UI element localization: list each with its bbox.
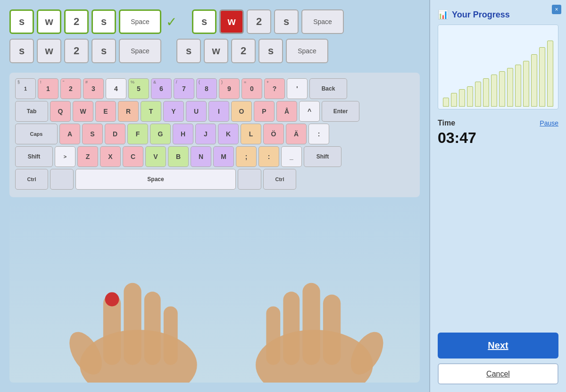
chart-bar-1 bbox=[451, 93, 457, 107]
key-caret[interactable]: ^ bbox=[299, 101, 320, 122]
key-j[interactable]: J bbox=[195, 124, 216, 144]
current-key-2: 2 bbox=[247, 9, 271, 34]
svg-rect-5 bbox=[164, 306, 178, 365]
key-p[interactable]: P bbox=[254, 101, 275, 122]
key-enter[interactable]: Enter bbox=[322, 101, 359, 122]
next-button[interactable]: Next bbox=[438, 333, 558, 359]
key-n[interactable]: N bbox=[191, 146, 211, 167]
key-a-ring[interactable]: Å bbox=[276, 101, 297, 122]
pause-button[interactable]: Pause bbox=[540, 119, 558, 127]
key-o-uml[interactable]: Ö bbox=[263, 124, 284, 144]
key-4[interactable]: 4 bbox=[106, 78, 126, 99]
br-key-w: w bbox=[204, 39, 228, 63]
key-r[interactable]: R bbox=[118, 101, 139, 122]
br-key-s2: s bbox=[258, 39, 283, 63]
completed-key-w: w bbox=[37, 9, 61, 34]
current-key-s1: s bbox=[192, 9, 216, 34]
hands-illustration bbox=[9, 202, 420, 383]
chart-bar-2 bbox=[459, 89, 465, 107]
time-row: Time Pause bbox=[438, 119, 558, 127]
key-o[interactable]: O bbox=[231, 101, 252, 122]
key-b[interactable]: B bbox=[168, 146, 189, 167]
key-tab[interactable]: Tab bbox=[15, 101, 48, 122]
key-space[interactable]: Space bbox=[75, 169, 236, 190]
key-dot[interactable]: : bbox=[258, 146, 279, 167]
key-g[interactable]: G bbox=[150, 124, 171, 144]
key-apostrophe[interactable]: ' bbox=[287, 78, 308, 99]
progress-chart bbox=[438, 25, 558, 109]
keyboard-row-numbers: §1 !1 "2 #3 4 %5 &6 /7 (8 )9 =0 +? ' Bac… bbox=[15, 78, 414, 99]
key-ctrl-right[interactable]: Ctrl bbox=[263, 169, 296, 190]
key-angle[interactable]: > bbox=[55, 146, 75, 167]
key-v[interactable]: V bbox=[145, 146, 166, 167]
chart-bar-8 bbox=[507, 68, 513, 107]
right-panel: × 📊 Your Progress Time Pause 03:47 Next … bbox=[429, 0, 566, 392]
key-underscore[interactable]: _ bbox=[281, 146, 302, 167]
key-x[interactable]: X bbox=[100, 146, 121, 167]
key-meta-right[interactable] bbox=[238, 169, 261, 190]
key-h[interactable]: H bbox=[173, 124, 193, 144]
cancel-button[interactable]: Cancel bbox=[438, 363, 558, 384]
left-panel: s w 2 s Space ✓ s w 2 s Space s w 2 s Sp… bbox=[0, 0, 429, 392]
key-meta-left[interactable] bbox=[50, 169, 74, 190]
bl-space: Space bbox=[119, 39, 161, 63]
key-i[interactable]: I bbox=[208, 101, 229, 122]
key-8[interactable]: (8 bbox=[196, 78, 217, 99]
key-7[interactable]: /7 bbox=[174, 78, 194, 99]
sequence-row-top: s w 2 s Space ✓ s w 2 s Space bbox=[9, 9, 420, 34]
key-0[interactable]: =0 bbox=[241, 78, 262, 99]
key-m[interactable]: M bbox=[213, 146, 234, 167]
key-a[interactable]: A bbox=[59, 124, 80, 144]
key-y[interactable]: Y bbox=[163, 101, 184, 122]
key-e[interactable]: E bbox=[95, 101, 116, 122]
key-plus[interactable]: +? bbox=[264, 78, 285, 99]
key-w[interactable]: W bbox=[73, 101, 93, 122]
key-backspace[interactable]: Back bbox=[309, 78, 347, 99]
current-key-s2: s bbox=[274, 9, 299, 34]
key-6[interactable]: &6 bbox=[151, 78, 172, 99]
current-key-w-wrong: w bbox=[219, 9, 244, 34]
key-t[interactable]: T bbox=[141, 101, 161, 122]
checkmark-icon: ✓ bbox=[166, 14, 177, 30]
completed-key-s1: s bbox=[9, 9, 34, 34]
current-space: Space bbox=[301, 9, 344, 34]
key-9[interactable]: )9 bbox=[219, 78, 240, 99]
key-1[interactable]: !1 bbox=[38, 78, 58, 99]
key-l[interactable]: L bbox=[241, 124, 261, 144]
key-a-uml[interactable]: Ä bbox=[286, 124, 307, 144]
key-5[interactable]: %5 bbox=[128, 78, 149, 99]
key-ctrl-left[interactable]: Ctrl bbox=[15, 169, 48, 190]
keyboard-row-qwerty: Tab Q W E R T Y U I O P Å ^ Enter bbox=[15, 101, 414, 122]
time-label: Time bbox=[438, 119, 455, 127]
svg-rect-3 bbox=[124, 283, 141, 365]
key-section[interactable]: §1 bbox=[15, 78, 36, 99]
keyboard-row-zxcv: Shift > Z X C V B N M ; : _ Shift bbox=[15, 146, 414, 167]
key-u[interactable]: U bbox=[186, 101, 207, 122]
chart-bar-6 bbox=[491, 75, 497, 107]
chart-bar-4 bbox=[475, 82, 481, 107]
key-colon[interactable]: : bbox=[308, 124, 329, 144]
bl-key-w: w bbox=[37, 39, 61, 63]
key-2[interactable]: "2 bbox=[60, 78, 81, 99]
key-d[interactable]: D bbox=[105, 124, 125, 144]
keyboard-row-asdf: Caps A S D F G H J K L Ö Ä : bbox=[15, 124, 414, 144]
key-semicolon[interactable]: ; bbox=[236, 146, 257, 167]
key-k[interactable]: K bbox=[218, 124, 239, 144]
chart-icon: 📊 bbox=[438, 9, 448, 20]
key-caps[interactable]: Caps bbox=[15, 124, 58, 144]
key-shift-left[interactable]: Shift bbox=[15, 146, 53, 167]
chart-bar-13 bbox=[547, 41, 553, 107]
chart-bar-7 bbox=[499, 71, 505, 107]
key-c[interactable]: C bbox=[123, 146, 143, 167]
chart-bar-3 bbox=[467, 86, 473, 107]
completed-space: Space bbox=[119, 9, 161, 34]
key-f[interactable]: F bbox=[127, 124, 148, 144]
key-q[interactable]: Q bbox=[50, 101, 71, 122]
key-s[interactable]: S bbox=[82, 124, 103, 144]
key-shift-right[interactable]: Shift bbox=[304, 146, 341, 167]
key-z[interactable]: Z bbox=[77, 146, 98, 167]
close-button[interactable]: × bbox=[552, 5, 561, 14]
key-3[interactable]: #3 bbox=[83, 78, 104, 99]
keyboard: §1 !1 "2 #3 4 %5 &6 /7 (8 )9 =0 +? ' Bac… bbox=[9, 73, 420, 197]
progress-title: Your Progress bbox=[452, 10, 510, 20]
